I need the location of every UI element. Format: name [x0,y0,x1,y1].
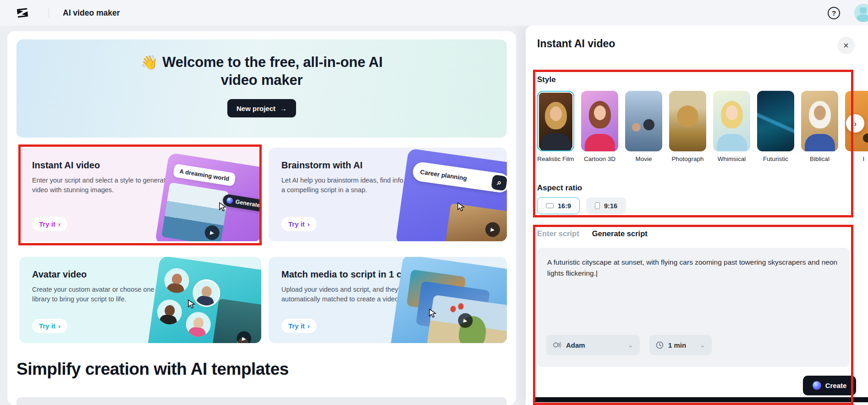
cursor-icon [187,299,196,309]
topbar-divider [49,8,49,18]
try-it-instant-ai-video[interactable]: Try it› [32,217,67,231]
capcut-logo[interactable] [16,6,29,20]
script-tabs: Enter script Generate script [537,229,648,238]
style-option-photograph[interactable]: Photograph [669,91,706,162]
avatar-option-selected [192,279,220,307]
match-media-thumbnail: ▶ This is the fru [390,257,507,343]
script-textarea[interactable]: A futuristic cityscape at sunset, with f… [537,248,850,288]
voice-icon [553,341,561,349]
chevron-right-icon: › [58,322,60,330]
card-brainstorm-with-ai[interactable]: Brainstorm with AI Let AI help you brain… [269,148,507,241]
thumb-photo [443,203,507,241]
brainstorm-thumbnail: Career planning ⌕ ▶ There are thr [396,148,507,241]
try-it-avatar-video[interactable]: Try it› [32,319,67,333]
style-label: Style [537,75,556,84]
feature-cards: Instant AI video Enter your script and s… [19,148,507,343]
style-thumb [537,91,574,151]
main-panel: 👋Welcome to the free, all-in-one AI vide… [7,31,516,405]
style-thumb [757,91,794,151]
page-title: AI video maker [63,0,120,26]
avatar-option [163,266,191,294]
aspect-ratio-label: Aspect ratio [537,183,582,193]
portrait-ratio-icon [595,202,600,209]
templates-section-heading: Simplify creation with AI templates [16,360,289,379]
style-option-futuristic[interactable]: Futuristic [757,91,794,162]
chevron-right-icon: › [308,220,310,228]
style-thumb [669,91,706,151]
search-icon: ⌕ [491,174,507,191]
presenter-photo [209,299,261,343]
card-instant-ai-video[interactable]: Instant AI video Enter your script and s… [19,148,261,241]
search-bar: Career planning ⌕ [412,161,507,194]
style-options: Realistic Film Cartoon 3D Movie Photogra… [537,91,868,162]
style-thumb [581,91,618,151]
avatar-shoulders [857,14,868,22]
close-icon[interactable]: ✕ [837,37,855,54]
avatar-video-thumbnail: ▶ Silicon is e [147,257,261,343]
cursor-icon [218,202,227,212]
new-project-button[interactable]: New project → [227,99,296,117]
style-thumb [801,91,838,151]
create-button[interactable]: Create [803,376,856,395]
chevron-right-icon: › [58,220,60,228]
chevron-down-icon: ⌄ [699,341,705,349]
clock-icon [656,341,664,349]
topbar: AI video maker ? [0,0,868,26]
duration-dropdown[interactable]: 1 min ⌄ [649,335,712,355]
style-option-cartoon-3d[interactable]: Cartoon 3D [581,91,618,162]
thumb-tag: A dreaming world [173,164,236,187]
welcome-banner: 👋Welcome to the free, all-in-one AI vide… [16,39,507,138]
arrow-right-icon: → [280,105,287,112]
style-option-whimsical[interactable]: Whimsical [713,91,750,162]
try-it-brainstorm[interactable]: Try it› [281,217,317,231]
tab-enter-script[interactable]: Enter script [537,229,579,238]
bottom-bar [533,397,868,402]
text-caret: | [596,269,598,277]
ai-sphere-icon [813,381,821,390]
panel-title: Instant AI video [537,38,615,50]
instant-ai-video-thumbnail: A dreaming world Generate ▶ [155,152,261,241]
aspect-16-9-button[interactable]: 16:9 [537,197,580,214]
script-container: A futuristic cityscape at sunset, with f… [537,248,850,367]
avatar-option [184,311,212,338]
style-thumb [713,91,750,151]
tab-generate-script[interactable]: Generate script [592,229,648,238]
help-icon[interactable]: ? [828,7,840,19]
try-it-match-media[interactable]: Try it› [281,319,317,333]
voice-dropdown[interactable]: Adam ⌄ [546,335,640,355]
style-option-movie[interactable]: Movie [625,91,662,162]
chevron-right-icon: › [308,322,310,330]
card-title: Instant AI video [32,160,183,171]
cursor-icon [456,202,466,212]
styles-scroll-next-button[interactable]: › [846,114,864,133]
chevron-down-icon: ⌄ [627,341,633,349]
card-match-media[interactable]: Match media to script in 1 click Upload … [269,257,507,343]
style-thumb [625,91,662,151]
style-option-biblical[interactable]: Biblical [801,91,838,162]
style-option-realistic-film[interactable]: Realistic Film [537,91,574,162]
avatar[interactable] [854,4,868,22]
instant-ai-video-panel: Instant AI video ✕ Style Realistic Film … [526,26,868,405]
landscape-ratio-icon [546,203,554,208]
wave-emoji: 👋 [141,55,158,70]
avatar-option [155,298,183,326]
templates-row-preview [16,397,507,405]
welcome-title: 👋Welcome to the free, all-in-one AI vide… [141,53,383,89]
cursor-icon [428,308,437,318]
generate-pill: Generate [222,194,261,212]
aspect-ratio-options: 16:9 9:16 [537,197,626,214]
aspect-9-16-button[interactable]: 9:16 [586,197,626,214]
card-avatar-video[interactable]: Avatar video Create your custom avatar o… [19,257,261,343]
avatar-head [860,7,867,13]
